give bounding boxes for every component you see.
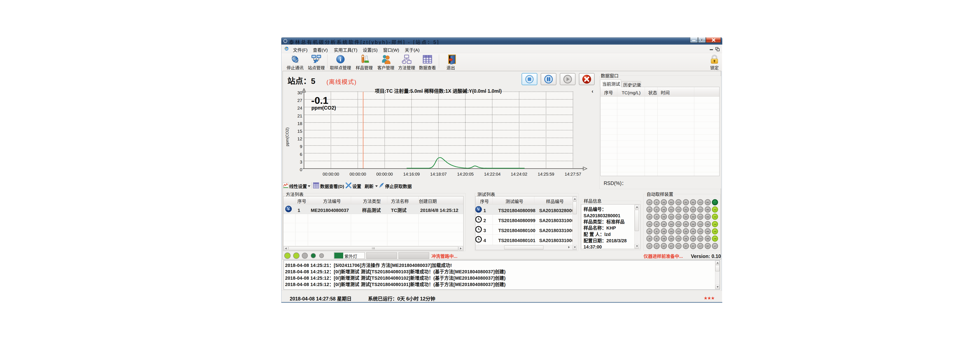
svg-text:i: i <box>340 56 341 62</box>
